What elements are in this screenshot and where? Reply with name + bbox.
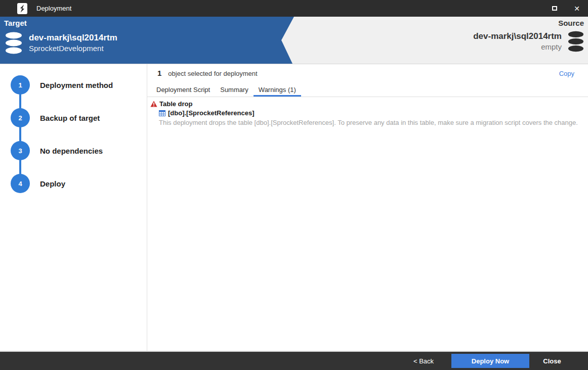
warning-description: This deployment drops the table [dbo].[S… — [159, 119, 578, 126]
deployment-window: Deployment ✕ Target dev-markj\sql2014rtm… — [0, 0, 588, 370]
warnings-panel: Table drop [dbo].[SprocketReferences] Th… — [147, 97, 588, 126]
warning-object-name: [dbo].[SprocketReferences] — [168, 109, 254, 117]
selected-object-count: 1 — [157, 69, 161, 77]
deployment-direction-banner: Target dev-markj\sql2014rtm SprocketDeve… — [0, 17, 588, 64]
source-database-icon — [568, 31, 584, 52]
table-icon — [159, 110, 165, 116]
step-connector-line — [19, 85, 21, 183]
source-server-name: dev-markj\sql2014rtm — [473, 31, 562, 42]
target-database-icon — [5, 32, 22, 54]
step-3-label: No dependencies — [40, 141, 103, 160]
tab-warnings[interactable]: Warnings (1) — [254, 84, 301, 97]
target-database-name: SprocketDevelopment — [29, 43, 117, 54]
window-title: Deployment — [36, 5, 71, 12]
step-1-label: Deployment method — [40, 75, 113, 95]
title-bar: Deployment ✕ — [0, 0, 588, 17]
copy-link[interactable]: Copy — [559, 70, 574, 77]
footer-bar: < Back Deploy Now Close — [0, 352, 588, 370]
tab-deployment-script[interactable]: Deployment Script — [151, 84, 215, 97]
selected-object-text: object selected for deployment — [168, 70, 257, 77]
close-icon: ✕ — [574, 5, 580, 12]
wizard-steps-sidebar: 1 Deployment method 2 Backup of target 3… — [0, 64, 147, 351]
close-button[interactable]: Close — [529, 357, 575, 365]
close-window-button[interactable]: ✕ — [566, 0, 588, 17]
maximize-icon — [552, 6, 557, 11]
warning-title: Table drop — [159, 100, 192, 108]
target-server-name: dev-markj\sql2014rtm — [29, 32, 117, 43]
body: 1 Deployment method 2 Backup of target 3… — [0, 64, 588, 352]
deploy-now-button[interactable]: Deploy Now — [451, 354, 529, 368]
app-logo-icon — [17, 3, 27, 14]
back-button[interactable]: < Back — [401, 357, 446, 365]
source-label: Source — [558, 19, 584, 27]
selection-summary-row: 1 object selected for deployment Copy — [147, 64, 588, 77]
step-2-label: Backup of target — [40, 108, 100, 127]
main-panel: 1 object selected for deployment Copy De… — [147, 64, 588, 351]
tab-summary[interactable]: Summary — [215, 84, 254, 97]
source-database-block: dev-markj\sql2014rtm empty — [473, 31, 584, 52]
target-label: Target — [4, 19, 27, 27]
step-1-circle: 1 — [11, 75, 30, 95]
step-3-circle: 3 — [11, 141, 30, 160]
step-4-label: Deploy — [40, 174, 65, 193]
maximize-button[interactable] — [543, 0, 566, 17]
step-4-circle: 4 — [11, 174, 30, 193]
tab-bar: Deployment Script Summary Warnings (1) — [147, 84, 588, 97]
target-database-block: dev-markj\sql2014rtm SprocketDevelopment — [5, 32, 117, 54]
warning-icon — [150, 101, 157, 107]
source-database-name: empty — [473, 42, 562, 52]
step-2-circle: 2 — [11, 108, 30, 127]
